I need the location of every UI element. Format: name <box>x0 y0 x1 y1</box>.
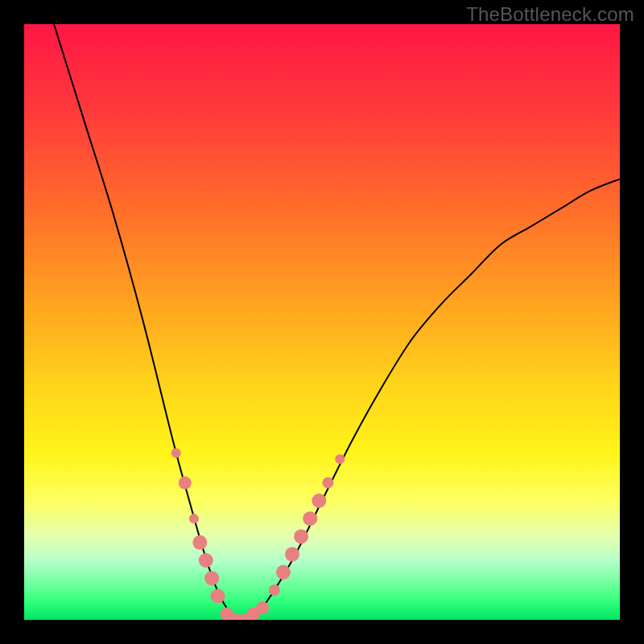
highlight-point <box>312 493 326 508</box>
watermark-text: TheBottleneck.com <box>466 3 634 26</box>
bottleneck-curve <box>54 24 620 620</box>
highlighted-points-group <box>171 448 345 620</box>
highlight-point <box>199 553 213 568</box>
highlight-point <box>276 565 291 580</box>
highlight-point <box>211 588 225 603</box>
highlight-point <box>179 477 192 489</box>
highlight-point <box>285 547 299 562</box>
highlight-point <box>335 454 345 464</box>
highlight-point <box>269 584 280 596</box>
highlight-point <box>171 448 181 458</box>
highlight-point <box>294 529 308 543</box>
chart-container: TheBottleneck.com <box>0 0 644 644</box>
chart-svg <box>24 24 620 620</box>
highlight-point <box>192 535 207 550</box>
highlight-point <box>322 477 333 489</box>
plot-area <box>24 24 620 620</box>
highlight-point <box>256 601 269 614</box>
highlight-point <box>189 514 199 523</box>
highlight-point <box>303 511 317 526</box>
highlight-point <box>204 571 219 585</box>
